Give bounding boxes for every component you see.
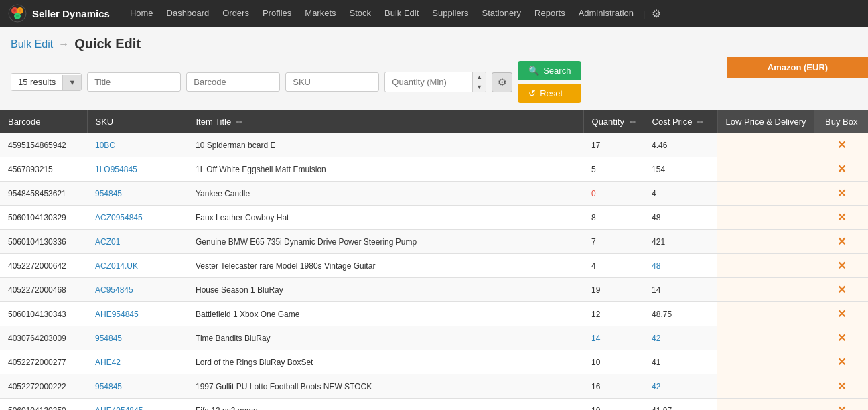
nav-reports[interactable]: Reports [528,0,572,27]
breadcrumb-current: Quick Edit [74,36,141,52]
cell-cost: 421 [644,230,717,254]
cell-buybox[interactable]: ✕ [814,374,868,399]
cell-sku[interactable]: 954845 [87,326,188,350]
sku-input[interactable] [285,72,379,92]
nav-orders[interactable]: Orders [216,0,256,27]
table-row: 5060104130350AHE4954845Fifa 12 ps3 game1… [0,399,868,411]
nav-stationery[interactable]: Stationery [476,0,528,27]
cell-sku[interactable]: 10BC [87,133,188,157]
cell-barcode: 4052272000468 [0,278,87,302]
quantity-input[interactable] [385,73,472,91]
settings-icon[interactable]: ⚙ [648,7,665,20]
cell-title: House Season 1 BluRay [188,278,583,302]
cell-buybox[interactable]: ✕ [814,206,868,230]
cell-cost[interactable]: 48 [644,254,717,278]
cell-buybox[interactable]: ✕ [814,182,868,206]
table-row: 5060104130343AHE954845Battlefield 1 Xbox… [0,302,868,326]
nav-profiles[interactable]: Profiles [256,0,298,27]
cell-cost[interactable]: 42 [644,326,717,350]
cell-cost: 154 [644,157,717,182]
nav-suppliers[interactable]: Suppliers [425,0,475,27]
results-dropdown-arrow[interactable]: ▼ [62,75,81,90]
cell-lpd [717,326,814,350]
cell-sku[interactable]: 1LO954845 [87,157,188,182]
nav-markets[interactable]: Markets [298,0,342,27]
cell-buybox[interactable]: ✕ [814,399,868,411]
buybox-remove-icon[interactable]: ✕ [837,188,846,199]
col-header-lp-delivery: Low Price & Delivery [717,110,814,133]
cell-qty: 16 [583,374,644,399]
cell-sku[interactable]: AHE4954845 [87,399,188,411]
cell-lpd [717,133,814,157]
nav-bulkedit[interactable]: Bulk Edit [378,0,425,27]
cell-buybox[interactable]: ✕ [814,157,868,182]
breadcrumb-parent[interactable]: Bulk Edit [11,38,53,50]
nav-home[interactable]: Home [123,0,160,27]
buybox-remove-icon[interactable]: ✕ [837,356,846,368]
cell-lpd [717,374,814,399]
search-button[interactable]: 🔍 Search [518,61,581,80]
cell-sku[interactable]: AHE42 [87,350,188,374]
cell-buybox[interactable]: ✕ [814,350,868,374]
cell-sku[interactable]: AC954845 [87,278,188,302]
table-row: 5060104130329ACZ0954845Faux Leather Cowb… [0,206,868,230]
cell-buybox[interactable]: ✕ [814,230,868,254]
buybox-remove-icon[interactable]: ✕ [837,284,846,295]
cell-cost: 41.97 [644,399,717,411]
cell-buybox[interactable]: ✕ [814,326,868,350]
cell-sku[interactable]: 954845 [87,374,188,399]
qty-up-arrow[interactable]: ▲ [473,72,486,82]
buybox-remove-icon[interactable]: ✕ [837,163,846,175]
col-header-barcode: Barcode [0,110,87,133]
cell-sku[interactable]: ACZ014.UK [87,254,188,278]
cell-sku[interactable]: ACZ01 [87,230,188,254]
results-select[interactable]: 15 results ▼ [11,73,82,91]
table-row: 4052272000642ACZ014.UKVester Telecaster … [0,254,868,278]
search-icon: 🔍 [528,66,539,76]
svg-point-4 [13,9,16,12]
title-edit-icon[interactable]: ✏ [236,118,242,126]
cell-buybox[interactable]: ✕ [814,278,868,302]
qty-down-arrow[interactable]: ▼ [473,82,486,92]
svg-point-5 [19,9,21,12]
cell-qty: 10 [583,350,644,374]
cell-qty: 4 [583,254,644,278]
cell-sku[interactable]: ACZ0954845 [87,206,188,230]
settings-button[interactable]: ⚙ [492,72,512,92]
qty-edit-icon[interactable]: ✏ [630,118,636,126]
cell-sku[interactable]: AHE954845 [87,302,188,326]
cell-buybox[interactable]: ✕ [814,302,868,326]
barcode-input[interactable] [186,72,280,92]
nav-administration[interactable]: Administration [572,0,640,27]
cell-qty: 0 [583,182,644,206]
buybox-remove-icon[interactable]: ✕ [837,332,846,344]
results-count: 15 results [11,74,62,90]
buybox-remove-icon[interactable]: ✕ [837,212,846,223]
cell-qty[interactable]: 14 [583,326,644,350]
cell-title: Lord of the Rings BluRay BoxSet [188,350,583,374]
nav-separator: | [640,9,648,19]
cell-barcode: 4030764203009 [0,326,87,350]
cell-lpd [717,350,814,374]
buybox-remove-icon[interactable]: ✕ [837,139,846,151]
buybox-remove-icon[interactable]: ✕ [837,236,846,247]
buybox-remove-icon[interactable]: ✕ [837,381,846,392]
buybox-remove-icon[interactable]: ✕ [837,405,846,410]
nav-stock[interactable]: Stock [343,0,378,27]
cell-cost[interactable]: 42 [644,374,717,399]
cell-buybox[interactable]: ✕ [814,254,868,278]
cell-title: 1997 Gullit PU Lotto Football Boots NEW … [188,374,583,399]
title-input[interactable] [87,72,181,92]
cost-edit-icon[interactable]: ✏ [697,118,703,126]
table-row: 4052272000277AHE42Lord of the Rings BluR… [0,350,868,374]
nav-dashboard[interactable]: Dashboard [160,0,216,27]
nav-links: Home Dashboard Orders Profiles Markets S… [123,0,860,27]
cell-lpd [717,278,814,302]
cell-barcode: 5060104130350 [0,399,87,411]
buybox-remove-icon[interactable]: ✕ [837,308,846,320]
cell-sku[interactable]: 954845 [87,182,188,206]
buybox-remove-icon[interactable]: ✕ [837,260,846,271]
breadcrumb: Bulk Edit → Quick Edit [0,27,868,57]
reset-button[interactable]: ↺ Reset [518,84,581,103]
cell-buybox[interactable]: ✕ [814,133,868,157]
